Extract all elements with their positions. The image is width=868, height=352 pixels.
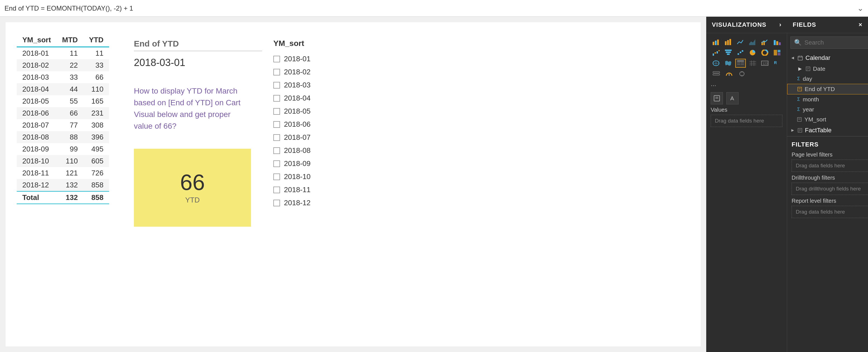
drillthrough-drop-zone[interactable]: Drag drillthrough fields here bbox=[792, 183, 868, 195]
viz-icon-combo[interactable] bbox=[760, 38, 770, 46]
slicer-item[interactable]: 2018-01 bbox=[273, 52, 335, 65]
viz-icon-matrix[interactable] bbox=[747, 59, 758, 68]
viz-icon-area[interactable] bbox=[747, 38, 758, 46]
viz-icon-gauge[interactable] bbox=[723, 69, 735, 78]
field-group-calendar-header[interactable]: ◄ Calendar bbox=[787, 52, 868, 64]
fields-pane: 🔍 ◄ Calendar ► Date bbox=[787, 33, 868, 352]
viz-icon-line[interactable] bbox=[735, 38, 746, 46]
viz-icon-table[interactable] bbox=[735, 59, 746, 68]
field-item-ymsort[interactable]: YM_sort bbox=[787, 114, 868, 125]
viz-pane-arrow[interactable]: › bbox=[779, 21, 781, 28]
field-date-label: Date bbox=[813, 65, 825, 72]
svg-rect-34 bbox=[741, 64, 744, 65]
report-level-label: Report level filters bbox=[792, 198, 868, 204]
cell-ym: 2018-05 bbox=[17, 95, 57, 107]
report-level-drop-zone[interactable]: Drag data fields here bbox=[792, 206, 868, 218]
viz-icon-treemap[interactable] bbox=[772, 48, 782, 57]
fields-search-box[interactable]: 🔍 bbox=[790, 36, 868, 49]
svg-rect-52 bbox=[798, 56, 802, 60]
field-item-end-of-ytd[interactable]: End of YTD bbox=[787, 84, 868, 95]
slicer-checkbox[interactable] bbox=[273, 147, 280, 154]
slicer-item[interactable]: 2018-04 bbox=[273, 92, 335, 105]
slicer-checkbox[interactable] bbox=[273, 134, 280, 141]
slicer-item[interactable]: 2018-02 bbox=[273, 65, 335, 78]
viz-icon-kpi[interactable]: R bbox=[772, 59, 782, 68]
svg-point-19 bbox=[740, 51, 741, 53]
viz-icon-funnel[interactable] bbox=[723, 48, 734, 57]
field-item-date[interactable]: ► Date bbox=[787, 64, 868, 74]
fields-search-input[interactable] bbox=[804, 39, 868, 46]
svg-rect-32 bbox=[741, 62, 744, 63]
slicer-item[interactable]: 2018-09 bbox=[273, 157, 335, 170]
slicer-item[interactable]: 2018-03 bbox=[273, 78, 335, 92]
svg-rect-15 bbox=[725, 49, 732, 51]
slicer-item[interactable]: 2018-08 bbox=[273, 144, 335, 157]
field-item-day[interactable]: Σ day bbox=[787, 74, 868, 84]
field-group-calendar: ◄ Calendar ► Date Σ day bbox=[787, 52, 868, 125]
slicer-item[interactable]: 2018-10 bbox=[273, 170, 335, 183]
cell-ytd: 605 bbox=[84, 155, 109, 167]
svg-rect-17 bbox=[727, 54, 730, 55]
cell-mtd: 33 bbox=[57, 71, 84, 83]
viz-icon-filled-map[interactable] bbox=[723, 59, 734, 68]
field-item-year[interactable]: Σ year bbox=[787, 104, 868, 114]
viz-icon-bar[interactable] bbox=[723, 38, 734, 46]
table-row: 2018-0999495 bbox=[17, 143, 109, 155]
viz-icon-custom[interactable] bbox=[736, 69, 747, 78]
viz-icon-donut[interactable] bbox=[760, 48, 770, 57]
slicer-checkbox[interactable] bbox=[273, 82, 280, 89]
table-visual: YM_sort MTD YTD 2018-0111112018-02223320… bbox=[17, 33, 123, 335]
slicer-item-label: 2018-02 bbox=[284, 68, 310, 76]
viz-paint-btn[interactable] bbox=[726, 92, 739, 104]
col-header-mtd: MTD bbox=[57, 33, 84, 47]
fields-pane-header: FIELDS × bbox=[787, 17, 868, 33]
svg-text:R: R bbox=[774, 61, 777, 65]
field-item-month[interactable]: Σ month bbox=[787, 95, 868, 104]
slicer-checkbox[interactable] bbox=[273, 56, 280, 62]
cell-ytd: 165 bbox=[84, 95, 109, 107]
cell-ym: 2018-02 bbox=[17, 59, 57, 71]
slicer-checkbox[interactable] bbox=[273, 95, 280, 102]
formula-chevron-icon[interactable]: ⌄ bbox=[857, 4, 864, 13]
slicer-item[interactable]: 2018-05 bbox=[273, 105, 335, 118]
fields-close-icon[interactable]: × bbox=[859, 21, 862, 28]
slicer-item[interactable]: 2018-12 bbox=[273, 196, 335, 209]
slicer-checkbox[interactable] bbox=[273, 121, 280, 128]
viz-icon-waterfall[interactable] bbox=[711, 48, 721, 57]
svg-rect-31 bbox=[737, 62, 740, 63]
viz-icon-ribbon[interactable] bbox=[772, 38, 782, 46]
viz-pane-header: VISUALIZATIONS › bbox=[706, 17, 787, 33]
report-canvas: YM_sort MTD YTD 2018-0111112018-02223320… bbox=[6, 22, 701, 346]
viz-icon-scatter[interactable] bbox=[735, 48, 746, 57]
slicer-checkbox[interactable] bbox=[273, 108, 280, 115]
viz-format-btn[interactable] bbox=[711, 92, 723, 104]
viz-icon-slicer[interactable] bbox=[711, 69, 722, 78]
slicer-checkbox[interactable] bbox=[273, 69, 280, 75]
slicer-item[interactable]: 2018-06 bbox=[273, 118, 335, 131]
svg-rect-13 bbox=[717, 51, 718, 54]
viz-icon-pie[interactable] bbox=[747, 48, 758, 57]
viz-icon-card[interactable]: 123 bbox=[760, 59, 770, 68]
cell-ytd: 858 bbox=[84, 179, 109, 191]
slicer-item[interactable]: 2018-11 bbox=[273, 183, 335, 196]
viz-drop-zone[interactable]: Drag data fields here bbox=[711, 115, 782, 127]
panels-content: 123 R bbox=[706, 33, 868, 352]
field-group-facttable: ► FactTable bbox=[787, 125, 868, 136]
card-question: How to display YTD for March based on [E… bbox=[134, 85, 245, 132]
svg-point-18 bbox=[738, 53, 739, 55]
svg-rect-14 bbox=[718, 50, 720, 51]
slicer-checkbox[interactable] bbox=[273, 186, 280, 193]
slicer-item[interactable]: 2018-07 bbox=[273, 131, 335, 144]
viz-icon-stacked-bar[interactable] bbox=[711, 38, 721, 46]
page-level-drop-zone[interactable]: Drag data fields here bbox=[792, 160, 868, 172]
viz-icon-map[interactable] bbox=[711, 59, 721, 68]
facttable-group-label: FactTable bbox=[805, 127, 832, 134]
svg-text:123: 123 bbox=[763, 62, 768, 65]
table-row: 2018-12132858 bbox=[17, 179, 109, 191]
slicer-checkbox[interactable] bbox=[273, 161, 280, 167]
field-end-of-ytd-label: End of YTD bbox=[805, 86, 835, 93]
slicer-checkbox[interactable] bbox=[273, 200, 280, 206]
field-group-facttable-header[interactable]: ► FactTable bbox=[787, 125, 868, 136]
slicer-checkbox[interactable] bbox=[273, 174, 280, 180]
table-row: 2018-0444110 bbox=[17, 83, 109, 95]
